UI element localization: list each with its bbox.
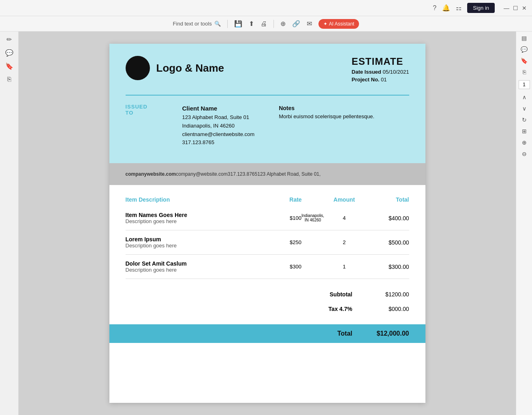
table-row: Dolor Set Amit Caslum Description goes h… [126, 255, 409, 279]
estimate-date: Date Issued 05/10/2021 [352, 69, 409, 75]
toolbar-divider [227, 20, 228, 28]
item-3-name: Dolor Set Amit Caslum [126, 260, 271, 267]
logo-circle [126, 56, 150, 80]
notes-label: Notes [279, 104, 374, 113]
pdf-document: Logo & Name ESTIMATE Date Issued 05/10/2… [109, 44, 425, 403]
help-icon[interactable]: ? [433, 4, 436, 12]
table-row: Item Names Goes Here Description goes he… [126, 206, 409, 230]
item-1-amount: 4 [320, 215, 369, 221]
item-3-desc: Description goes here [126, 267, 271, 273]
close-button[interactable]: ✕ [521, 5, 527, 11]
notes-text: Morbi euismod scelerisque pellentesque. [279, 113, 374, 121]
company-website: companywebsite.com [126, 171, 176, 177]
right-bookmark-icon[interactable]: 🔖 [521, 57, 528, 64]
toolbar-icon-group: ? 🔔 ⚏ Sign in — ☐ ✕ [433, 3, 527, 13]
col-header-amount: Amount [320, 196, 369, 203]
total-label: Total [304, 330, 353, 337]
zoom-out-icon[interactable]: ⊖ [522, 151, 527, 157]
sidebar-edit-icon[interactable]: ✏ [6, 36, 12, 43]
col-header-rate: Rate [271, 196, 320, 203]
total-row: Total $12,000.00 [109, 324, 425, 343]
item-2-name-desc: Lorem Ipsum Description goes here [126, 236, 271, 249]
print-icon[interactable]: 🖨 [261, 20, 267, 28]
item-3-name-desc: Dolor Set Amit Caslum Description goes h… [126, 260, 271, 273]
ai-label: AI Assistant [329, 21, 355, 27]
subtotals-section: Subtotal $1200.00 Tax 4.7% $000.00 [109, 279, 425, 324]
right-comment-icon[interactable]: 💬 [521, 46, 528, 53]
table-row: Lorem Ipsum Description goes here $250 2… [126, 230, 409, 255]
right-sidebar: ▤ 💬 🔖 ⎘ 1 ∧ ∨ ↻ ⊞ ⊕ ⊖ [516, 32, 532, 415]
right-panel-icon[interactable]: ▤ [521, 35, 527, 41]
col-header-description: Item Description [126, 196, 271, 203]
sign-in-button[interactable]: Sign in [467, 3, 495, 13]
item-3-total: $300.00 [369, 264, 409, 270]
item-1-name: Item Names Goes Here [126, 212, 271, 218]
item-3-amount: 1 [320, 264, 369, 270]
maximize-button[interactable]: ☐ [513, 5, 518, 11]
page-number-box: 1 [519, 80, 530, 89]
item-2-total: $500.00 [369, 239, 409, 246]
sidebar-bookmark-icon[interactable]: 🔖 [5, 62, 13, 70]
upload-icon[interactable]: ⬆ [249, 20, 254, 28]
item-2-name: Lorem Ipsum [126, 236, 271, 243]
company-address: 123 Alphabet Road, Suite 01, [257, 171, 320, 177]
col-header-total: Total [369, 196, 409, 203]
client-info: Client Name 123 Alphabet Road, Suite 01 … [182, 104, 255, 147]
main-layout: ✏ 💬 🔖 ⎘ Logo & Name ESTIMATE Date Issued [0, 32, 532, 415]
project-label: Project No. [352, 77, 380, 83]
item-2-rate: $250 [271, 239, 320, 245]
logo-text: Logo & Name [156, 62, 224, 74]
apps-icon[interactable]: ⚏ [456, 4, 461, 12]
item-2-amount: 2 [320, 239, 369, 245]
sidebar-copy-icon[interactable]: ⎘ [7, 76, 11, 83]
refresh-icon[interactable]: ↻ [522, 117, 527, 123]
find-text-label: Find text or tools [173, 21, 212, 27]
notes-section: Notes Morbi euismod scelerisque pellente… [279, 104, 374, 147]
client-name: Client Name [182, 104, 255, 113]
item-1-desc: Description goes here [126, 218, 271, 224]
tax-row: Tax 4.7% $000.00 [126, 302, 409, 316]
client-email: clientname@clientwebsite.com [182, 130, 255, 139]
main-toolbar: ? 🔔 ⚏ Sign in — ☐ ✕ [0, 0, 532, 16]
date-value: 05/10/2021 [382, 69, 409, 75]
zoom-in-icon[interactable]: ⊕ [522, 139, 527, 146]
item-2-desc: Description goes here [126, 243, 271, 249]
notification-icon[interactable]: 🔔 [442, 4, 450, 12]
toolbar-divider2 [273, 20, 274, 28]
window-controls: — ☐ ✕ [504, 5, 527, 11]
subtotal-row: Subtotal $1200.00 [126, 287, 409, 302]
email-icon[interactable]: ✉ [307, 20, 312, 28]
search-icon[interactable]: 🔍 [214, 21, 221, 27]
find-text-area[interactable]: Find text or tools 🔍 [173, 21, 221, 27]
total-value: $12,000.00 [369, 330, 409, 337]
company-phone: 317.123.8765 [228, 171, 257, 177]
header-info: ISSUEDTO Client Name 123 Alphabet Road, … [126, 104, 409, 147]
tax-label: Tax 4.7% [304, 306, 353, 312]
pdf-items: Item Description Rate Amount Total Item … [109, 185, 425, 279]
estimate-title: ESTIMATE [352, 56, 409, 67]
item-1-total: $400.00 [369, 215, 409, 221]
minimize-button[interactable]: — [504, 5, 509, 11]
company-email: company@website.com [176, 171, 228, 177]
client-address2: Indianapolis, IN 46260 [182, 122, 255, 130]
page-number: 1 [523, 82, 526, 87]
project-value: 01 [381, 77, 387, 83]
header-top: Logo & Name ESTIMATE Date Issued 05/10/2… [126, 56, 409, 83]
item-1-rate: $100Indianapolis, IN 46260 [271, 215, 320, 221]
left-sidebar: ✏ 💬 🔖 ⎘ [0, 32, 19, 415]
pdf-viewer[interactable]: Logo & Name ESTIMATE Date Issued 05/10/2… [19, 32, 516, 415]
pdf-header: Logo & Name ESTIMATE Date Issued 05/10/2… [109, 44, 425, 163]
link-icon[interactable]: 🔗 [292, 20, 300, 28]
save-icon[interactable]: 💾 [234, 20, 242, 28]
scroll-up-icon[interactable]: ∧ [522, 94, 526, 100]
scroll-down-icon[interactable]: ∨ [522, 105, 526, 112]
client-address1: 123 Alphabet Road, Suite 01 [182, 113, 255, 122]
view-icon[interactable]: ⊕ [280, 20, 286, 28]
sidebar-comment-icon[interactable]: 💬 [5, 49, 13, 57]
ai-icon: ✦ [323, 21, 327, 27]
right-copy-icon[interactable]: ⎘ [523, 69, 526, 75]
layers-icon[interactable]: ⊞ [522, 128, 527, 134]
ai-assistant-button[interactable]: ✦ AI Assistant [318, 19, 359, 29]
estimate-project: Project No. 01 [352, 77, 409, 83]
subtotal-label: Subtotal [304, 291, 353, 298]
